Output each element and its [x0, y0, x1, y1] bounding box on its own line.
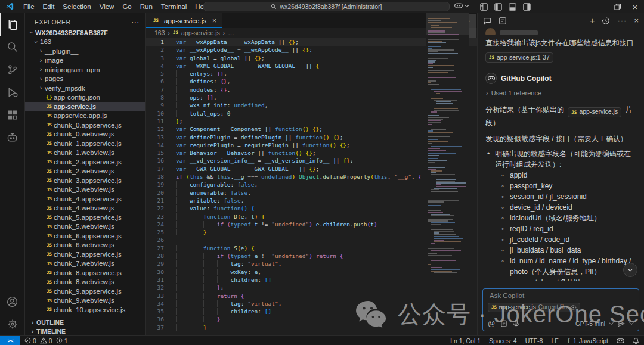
close-panel-icon[interactable]: ×: [634, 16, 639, 25]
tree-file-appservice.app.js[interactable]: JSappservice.app.js: [25, 111, 145, 121]
timeline-section[interactable]: › TIMELINE: [25, 327, 145, 335]
toggle-sidebar-icon[interactable]: [494, 3, 502, 11]
status-item[interactable]: Ln 1, Col 1: [450, 337, 481, 344]
language-mode[interactable]: { } JavaScript: [567, 337, 608, 344]
minimize-button[interactable]: —: [590, 0, 608, 13]
tree-folder-miniprogram_npm[interactable]: ›miniprogram_npm: [25, 65, 145, 74]
titlebar-copilot-button[interactable]: [454, 2, 469, 10]
inline-file-chip[interactable]: JS app-service.js: [568, 107, 621, 117]
code-line[interactable]: 35 children: []: [146, 307, 477, 315]
source-control-icon[interactable]: [0, 58, 25, 81]
tree-file-chunk_6.appservice.js[interactable]: JSchunk_6.appservice.js: [25, 231, 145, 241]
tree-folder-verify_mpsdk[interactable]: ›verify_mpsdk: [25, 83, 145, 93]
tree-file-chunk_5.appservice.js[interactable]: JSchunk_5.appservice.js: [25, 213, 145, 222]
close-window-button[interactable]: ×: [626, 0, 644, 13]
menu-file[interactable]: File: [19, 2, 39, 11]
tree-file-chunk_3.appservice.js[interactable]: JSchunk_3.appservice.js: [25, 176, 145, 185]
tree-file-chunk_7.webview.js[interactable]: JSchunk_7.webview.js: [25, 259, 145, 269]
customize-layout-icon[interactable]: [480, 3, 488, 11]
menu-run[interactable]: Run: [136, 2, 157, 11]
code-line[interactable]: 36 }: [146, 315, 477, 323]
history-icon[interactable]: [602, 17, 610, 25]
tree-file-app-config.json[interactable]: {}app-config.json: [25, 93, 145, 102]
chat-input-placeholder[interactable]: Ask Copilot: [490, 292, 524, 299]
edit-session-icon[interactable]: [499, 17, 507, 25]
command-center-search[interactable]: wx26d493b2f8ab387f [Administrator]: [203, 2, 450, 11]
menu-selection[interactable]: Selection: [58, 2, 95, 11]
account-icon[interactable]: [0, 290, 25, 313]
editor-scrollbar[interactable]: [469, 13, 477, 335]
attachment-chip[interactable]: JS app-service.js:1-37: [485, 52, 553, 63]
status-item[interactable]: Spaces: 4: [489, 337, 517, 344]
attach-context-icon[interactable]: [500, 320, 507, 327]
scroll-to-bottom-button[interactable]: [623, 263, 637, 277]
extensions-icon[interactable]: [0, 104, 25, 126]
tree-file-chunk_5.webview.js[interactable]: JSchunk_5.webview.js: [25, 222, 145, 232]
tree-file-chunk_10.appservice.js[interactable]: JSchunk_10.appservice.js: [25, 305, 145, 315]
panel-more-icon[interactable]: ···: [617, 16, 627, 25]
code-line[interactable]: 34 tag: "virtual",: [146, 300, 477, 307]
mic-icon[interactable]: [513, 320, 519, 328]
menu-terminal[interactable]: Terminal: [157, 2, 191, 11]
menu-go[interactable]: Go: [118, 2, 135, 11]
remote-indicator[interactable]: ><: [0, 336, 20, 345]
explorer-more-icon[interactable]: ···: [132, 18, 140, 26]
tree-file-chunk_4.webview.js[interactable]: JSchunk_4.webview.js: [25, 204, 145, 213]
code-line[interactable]: 37 }: [146, 324, 477, 331]
model-picker[interactable]: GPT-5 mini: [575, 321, 605, 327]
notifications-bell-icon[interactable]: [633, 337, 639, 344]
copilot-chat-icon[interactable]: [0, 126, 25, 149]
tree-root[interactable]: ›WX26D493B2F8AB387F: [25, 28, 145, 38]
new-chat-icon[interactable]: +: [590, 15, 595, 26]
toggle-secondary-sidebar-icon[interactable]: [523, 3, 531, 11]
eye-icon[interactable]: [570, 305, 577, 310]
breadcrumb-folder[interactable]: 163: [154, 29, 165, 36]
chat-view-icon[interactable]: [483, 17, 491, 25]
toggle-panel-icon[interactable]: [509, 3, 516, 11]
tree-file-chunk_6.webview.js[interactable]: JSchunk_6.webview.js: [25, 241, 145, 250]
status-item[interactable]: UTF-8: [525, 337, 543, 344]
tree-folder-163[interactable]: ›163: [25, 38, 145, 47]
tree-file-chunk_9.webview.js[interactable]: JSchunk_9.webview.js: [25, 296, 145, 306]
tab-app-service[interactable]: JS app-service.js ×: [146, 13, 222, 28]
tree-file-chunk_8.appservice.js[interactable]: JSchunk_8.appservice.js: [25, 268, 145, 278]
tree-file-chunk_1.webview.js[interactable]: JSchunk_1.webview.js: [25, 148, 145, 158]
send-icon[interactable]: [617, 319, 626, 328]
menu-view[interactable]: View: [95, 2, 119, 11]
tree-file-chunk_8.webview.js[interactable]: JSchunk_8.webview.js: [25, 278, 145, 287]
status-item[interactable]: LF: [551, 337, 558, 344]
copilot-status-icon[interactable]: [617, 337, 624, 344]
scrollbar-slider[interactable]: [469, 14, 476, 38]
explorer-icon[interactable]: [0, 13, 25, 36]
tree-file-chunk_7.appservice.js[interactable]: JSchunk_7.appservice.js: [25, 250, 145, 259]
breadcrumb-symbol[interactable]: …: [228, 29, 234, 36]
tree-folder-__plugin__[interactable]: ›__plugin__: [25, 46, 145, 56]
context-file-chip[interactable]: JS app-service.js Current file: [488, 303, 580, 312]
tree-file-chunk_0.appservice.js[interactable]: JSchunk_0.appservice.js: [25, 120, 145, 130]
tree-file-chunk_1.appservice.js[interactable]: JSchunk_1.appservice.js: [25, 139, 145, 148]
outline-section[interactable]: › OUTLINE: [25, 318, 145, 327]
send-options-chevron-icon[interactable]: [629, 321, 634, 326]
menu-edit[interactable]: Edit: [39, 2, 59, 11]
tree-file-chunk_2.webview.js[interactable]: JSchunk_2.webview.js: [25, 167, 145, 176]
used-references[interactable]: › Used 1 reference: [486, 88, 636, 98]
restore-button[interactable]: [608, 0, 626, 13]
settings-gear-icon[interactable]: [0, 313, 25, 335]
tree-file-chunk_0.webview.js[interactable]: JSchunk_0.webview.js: [25, 130, 145, 139]
breadcrumb-file[interactable]: app-service.js: [181, 29, 220, 36]
tree-file-chunk_3.webview.js[interactable]: JSchunk_3.webview.js: [25, 185, 145, 195]
tree-file-chunk_9.appservice.js[interactable]: JSchunk_9.appservice.js: [25, 287, 145, 296]
run-debug-icon[interactable]: [0, 81, 25, 104]
tree-folder-pages[interactable]: ›pages: [25, 74, 145, 84]
minimap[interactable]: [426, 13, 469, 284]
code-line[interactable]: 32 };: [146, 284, 477, 291]
chat-input-box[interactable]: Ask Copilot JS app-service.js Current fi…: [482, 288, 639, 331]
tree-file-chunk_2.appservice.js[interactable]: JSchunk_2.appservice.js: [25, 157, 145, 167]
code-line[interactable]: 33 return {: [146, 292, 477, 300]
problems-status[interactable]: 0 0 1: [24, 337, 68, 344]
tab-close-icon[interactable]: ×: [212, 17, 216, 25]
search-sidebar-icon[interactable]: [0, 36, 25, 58]
chevron-down-icon[interactable]: [609, 321, 614, 326]
tree-file-chunk_4.appservice.js[interactable]: JSchunk_4.appservice.js: [25, 194, 145, 204]
mention-icon[interactable]: @: [488, 319, 495, 328]
